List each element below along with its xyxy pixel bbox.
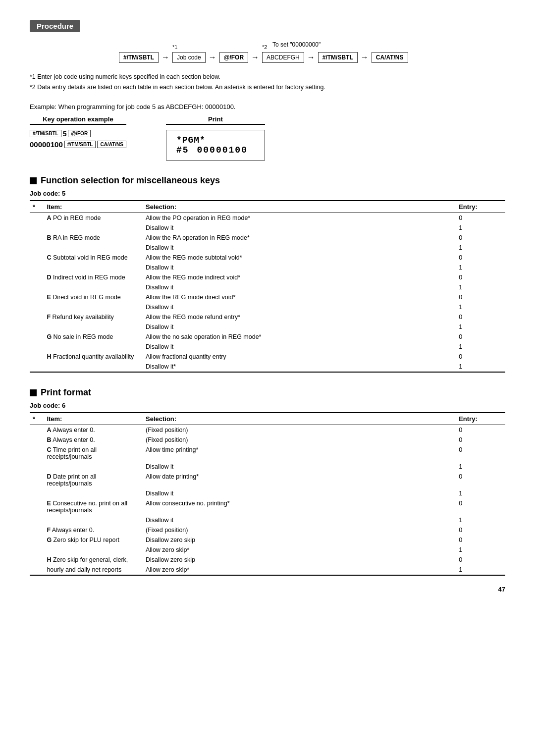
entry-cell: 1 [456, 243, 505, 253]
table-row: B RA in REG modeAllow the RA operation i… [30, 233, 505, 243]
selection-cell: Disallow it* [143, 362, 456, 372]
table-row: E Consecutive no. print on all receipts/… [30, 498, 505, 515]
table-row: D Indirect void in REG modeAllow the REG… [30, 272, 505, 282]
entry-cell: 0 [456, 253, 505, 263]
selection-cell: Disallow it [143, 322, 456, 332]
key-seq-1: #/TM/SBTL 5 @/FOR [30, 130, 91, 138]
selection-cell: (Fixed position) [143, 525, 456, 535]
table-row: G No sale in REG modeAllow the no sale o… [30, 332, 505, 342]
table-row: Disallow it1 [30, 263, 505, 272]
selection-cell: Disallow it [143, 462, 456, 472]
selection-cell: Allow consecutive no. printing* [143, 498, 456, 515]
footnote-1: *1 Enter job code using numeric keys spe… [30, 72, 505, 82]
key-operation-col: Key operation example #/TM/SBTL 5 @/FOR … [30, 115, 126, 149]
table-row: hourly and daily net reportsAllow zero s… [30, 565, 505, 575]
selection-cell: Allow zero skip* [143, 565, 456, 575]
key-hashtm: #/TM/SBTL [119, 52, 159, 63]
entry-cell: 0 [456, 445, 505, 462]
key-seq-2: 00000100 #/TM/SBTL CA/AT/NS [30, 140, 126, 149]
table-row: A PO in REG modeAllow the PO operation i… [30, 213, 505, 223]
selection-cell: (Fixed position) [143, 425, 456, 435]
entry-cell: 0 [456, 498, 505, 515]
table-row: Disallow it1 [30, 243, 505, 253]
entry-cell: 1 [456, 362, 505, 372]
selection-cell: Disallow zero skip [143, 535, 456, 545]
entry-cell: 1 [456, 488, 505, 498]
print-line3: 00000100 [197, 145, 248, 155]
col-header-1-2: Entry: [456, 413, 505, 425]
table-row: Disallow it1 [30, 322, 505, 332]
selection-cell: Allow zero skip* [143, 545, 456, 555]
section-1: Print formatJob code: 6*Item:Selection:E… [30, 387, 505, 576]
entry-cell: 1 [456, 565, 505, 575]
entry-cell: 1 [456, 263, 505, 272]
print-line2: #5 [176, 145, 189, 155]
selection-cell: Allow fractional quantity entry [143, 352, 456, 362]
entry-cell: 1 [456, 322, 505, 332]
entry-cell: 1 [456, 282, 505, 292]
table-row: F Always enter 0.(Fixed position)0 [30, 525, 505, 535]
table-row: Disallow it*1 [30, 362, 505, 372]
entry-cell: 1 [456, 223, 505, 233]
key-for: @/FOR [219, 52, 248, 63]
col-header-1-0: Item: [44, 413, 143, 425]
table-row: Disallow it1 [30, 462, 505, 472]
section-title-0: Function selection for miscellaneous key… [30, 175, 505, 186]
table-row: Disallow it1 [30, 342, 505, 352]
section-square-icon [30, 389, 37, 396]
selection-cell: Disallow it [143, 342, 456, 352]
selection-cell: Allow the PO operation in REG mode* [143, 213, 456, 223]
print-output-box: *PGM* #5 00000100 [166, 130, 265, 161]
selection-cell: Disallow it [143, 488, 456, 498]
table-0: *Item:Selection:Entry:A PO in REG modeAl… [30, 200, 505, 373]
entry-cell: 1 [456, 302, 505, 312]
selection-cell: Disallow zero skip [143, 555, 456, 565]
selection-cell: Allow the REG mode indirect void* [143, 272, 456, 282]
table-row: C Time print on all receipts/journalsAll… [30, 445, 505, 462]
page-number: 47 [30, 586, 505, 593]
selection-cell: Disallow it [143, 223, 456, 233]
sections-container: Function selection for miscellaneous key… [30, 175, 505, 576]
selection-cell: Disallow it [143, 515, 456, 525]
section-square-icon [30, 177, 37, 184]
entry-cell: 0 [456, 213, 505, 223]
table-row: C Subtotal void in REG modeAllow the REG… [30, 253, 505, 263]
entry-cell: 1 [456, 342, 505, 352]
job-code-1: Job code: 6 [30, 402, 505, 409]
selection-cell: Allow the REG mode direct void* [143, 292, 456, 302]
key-operation-header: Key operation example [30, 115, 126, 125]
selection-cell: Disallow it [143, 282, 456, 292]
table-row: B Always enter 0.(Fixed position)0 [30, 435, 505, 445]
table-row: E Direct void in REG modeAllow the REG m… [30, 292, 505, 302]
key-btn-hashtm-seq2: #/TM/SBTL [64, 141, 96, 148]
print-col: Print *PGM* #5 00000100 [166, 115, 265, 161]
col-header-0-1: Selection: [143, 201, 456, 213]
entry-cell: 1 [456, 462, 505, 472]
key-caatns: CA/AT/NS [372, 52, 408, 63]
entry-cell: 0 [456, 272, 505, 282]
selection-cell: Allow the no sale operation in REG mode* [143, 332, 456, 342]
table-row: H Zero skip for general, clerk,Disallow … [30, 555, 505, 565]
print-line1: *PGM* [176, 135, 255, 145]
procedure-label: Procedure [30, 20, 80, 32]
selection-cell: Disallow it [143, 263, 456, 272]
key-btn-hashtm-seq1: #/TM/SBTL [30, 130, 61, 137]
entry-cell: 0 [456, 312, 505, 322]
selection-cell: Disallow it [143, 243, 456, 253]
selection-cell: Allow the REG mode subtotal void* [143, 253, 456, 263]
table-row: G Zero skip for PLU reportDisallow zero … [30, 535, 505, 545]
table-row: H Fractional quantity availabilityAllow … [30, 352, 505, 362]
table-1: *Item:Selection:Entry:A Always enter 0.(… [30, 412, 505, 576]
key-btn-caatns-seq2: CA/AT/NS [97, 141, 126, 148]
table-row: Disallow it1 [30, 302, 505, 312]
entry-cell: 1 [456, 545, 505, 555]
table-row: Disallow it1 [30, 488, 505, 498]
entry-cell: 0 [456, 332, 505, 342]
entry-cell: 0 [456, 535, 505, 545]
top-label: To set "00000000" [272, 41, 321, 48]
selection-cell: Disallow it [143, 302, 456, 312]
col-header-1-1: Selection: [143, 413, 456, 425]
section-0: Function selection for miscellaneous key… [30, 175, 505, 373]
procedure-section: Procedure To set "00000000" #/TM/SBTL → … [30, 20, 505, 93]
footnotes: *1 Enter job code using numeric keys spe… [30, 72, 505, 93]
